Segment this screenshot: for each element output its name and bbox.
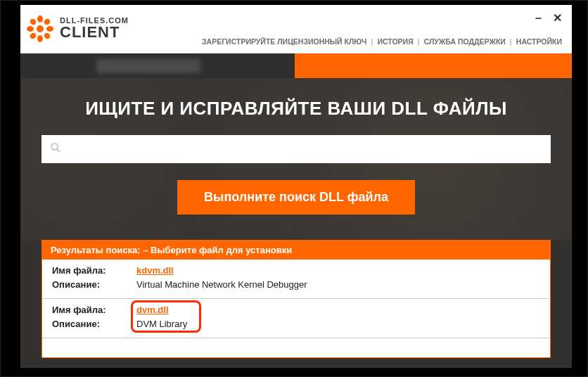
row-label-description: Описание:: [52, 278, 136, 292]
menu-sep: |: [510, 37, 512, 46]
hero: ИЩИТЕ И ИСПРАВЛЯЙТЕ ВАШИ DLL ФАЙЛЫ Выпол…: [20, 78, 572, 240]
search-button[interactable]: Выполните поиск DLL файла: [177, 180, 415, 215]
svg-point-8: [43, 32, 51, 40]
menu-support[interactable]: СЛУЖБА ПОДДЕРЖКИ: [424, 37, 506, 46]
menu-history[interactable]: ИСТОРИЯ: [377, 37, 413, 46]
result-description: Virtual Machine Network Kernel Debugger: [136, 278, 307, 292]
svg-point-9: [51, 143, 58, 150]
tabbar-blur: [96, 59, 200, 73]
result-row: Имя файла: dvm.dll Описание: DVM Library: [42, 299, 550, 338]
hero-title: ИЩИТЕ И ИСПРАВЛЯЙТЕ ВАШИ DLL ФАЙЛЫ: [85, 98, 507, 120]
svg-point-7: [29, 32, 37, 40]
result-file-link[interactable]: kdvm.dll: [136, 264, 174, 278]
menu-sep: |: [418, 37, 420, 46]
search-icon: [50, 142, 61, 156]
svg-point-5: [29, 18, 37, 26]
search-box[interactable]: [41, 135, 551, 163]
brand-bottom: CLIENT: [60, 25, 129, 40]
result-file-link[interactable]: dvm.dll: [136, 303, 169, 317]
svg-point-4: [46, 26, 53, 32]
logo-text: DLL-FILES.COM CLIENT: [60, 17, 129, 40]
menu-settings[interactable]: НАСТРОЙКИ: [516, 37, 562, 46]
svg-point-0: [37, 25, 44, 32]
row-label-filename: Имя файла:: [52, 303, 136, 317]
header-right: – ✕ ЗАРЕГИСТРИРУЙТЕ ЛИЦЕНЗИОННЫЙ КЛЮЧ | …: [202, 11, 562, 46]
menu-register[interactable]: ЗАРЕГИСТРИРУЙТЕ ЛИЦЕНЗИОННЫЙ КЛЮЧ: [202, 37, 366, 46]
results-wrap: Результаты поиска: – Выберите файл для у…: [20, 240, 572, 368]
logo-icon: [26, 15, 54, 43]
results-header: Результаты поиска: – Выберите файл для у…: [42, 241, 550, 260]
svg-point-3: [27, 26, 34, 32]
top-menu: ЗАРЕГИСТРИРУЙТЕ ЛИЦЕНЗИОННЫЙ КЛЮЧ | ИСТО…: [202, 37, 562, 46]
svg-point-2: [37, 35, 43, 42]
results-panel: Результаты поиска: – Выберите файл для у…: [41, 240, 551, 358]
tabbar: [20, 53, 572, 78]
window-controls: – ✕: [535, 11, 562, 25]
result-description: DVM Library: [136, 317, 187, 331]
svg-point-6: [43, 18, 51, 26]
logo: DLL-FILES.COM CLIENT: [26, 15, 129, 43]
row-label-filename: Имя файла:: [52, 264, 136, 278]
app-window: DLL-FILES.COM CLIENT – ✕ ЗАРЕГИСТРИРУЙТЕ…: [0, 0, 588, 377]
results-spacer: [42, 338, 550, 357]
svg-line-10: [57, 149, 60, 152]
result-row: Имя файла: kdvm.dll Описание: Virtual Ma…: [42, 260, 550, 299]
tabbar-orange: [274, 53, 572, 79]
menu-sep: |: [371, 37, 373, 46]
app-inner: DLL-FILES.COM CLIENT – ✕ ЗАРЕГИСТРИРУЙТЕ…: [20, 5, 572, 368]
svg-point-1: [37, 15, 43, 23]
tabbar-triangle: [274, 53, 295, 79]
results-body[interactable]: Имя файла: kdvm.dll Описание: Virtual Ma…: [42, 260, 550, 357]
titlebar: DLL-FILES.COM CLIENT – ✕ ЗАРЕГИСТРИРУЙТЕ…: [20, 5, 572, 53]
row-label-description: Описание:: [52, 317, 136, 331]
search-input[interactable]: [61, 143, 542, 155]
minimize-button[interactable]: –: [535, 12, 542, 25]
close-button[interactable]: ✕: [553, 11, 562, 25]
